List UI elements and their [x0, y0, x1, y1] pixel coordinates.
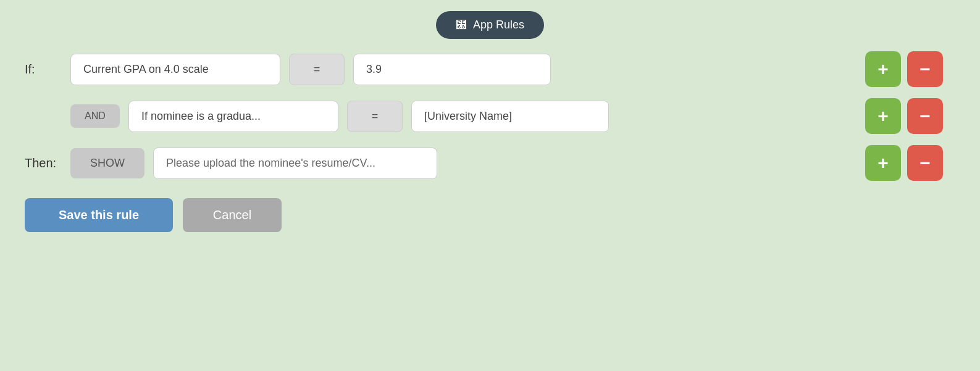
condition1-operator[interactable]: =: [289, 54, 345, 85]
then-row: Then: SHOW Please upload the nominee's r…: [25, 145, 943, 181]
and-row: AND If nominee is a gradua... = [Univers…: [25, 98, 943, 134]
app-rules-icon: ⹨: [456, 19, 467, 31]
save-rule-button[interactable]: Save this rule: [25, 198, 173, 232]
condition1-field[interactable]: Current GPA on 4.0 scale: [70, 54, 280, 85]
row3-actions: + −: [865, 145, 943, 181]
main-container: If: Current GPA on 4.0 scale = 3.9 + − A…: [0, 39, 980, 371]
app-rules-header: ⹨ App Rules: [436, 11, 544, 39]
condition2-value[interactable]: [University Name]: [411, 101, 609, 132]
add-action-button[interactable]: +: [865, 145, 901, 181]
remove-condition1-button[interactable]: −: [907, 51, 943, 87]
condition2-field[interactable]: If nominee is a gradua...: [128, 101, 338, 132]
row1-actions: + −: [865, 51, 943, 87]
if-row: If: Current GPA on 4.0 scale = 3.9 + −: [25, 51, 943, 87]
add-condition2-button[interactable]: +: [865, 98, 901, 134]
row2-actions: + −: [865, 98, 943, 134]
and-badge: AND: [70, 104, 120, 128]
remove-condition2-button[interactable]: −: [907, 98, 943, 134]
save-row: Save this rule Cancel: [25, 198, 943, 232]
add-condition1-button[interactable]: +: [865, 51, 901, 87]
if-label: If:: [25, 62, 62, 77]
action-field[interactable]: Please upload the nominee's resume/CV...: [153, 148, 437, 179]
remove-action-button[interactable]: −: [907, 145, 943, 181]
show-badge: SHOW: [70, 148, 144, 178]
condition1-value[interactable]: 3.9: [353, 54, 551, 85]
then-label: Then:: [25, 156, 62, 170]
cancel-button[interactable]: Cancel: [183, 198, 282, 232]
condition2-operator[interactable]: =: [347, 101, 403, 132]
app-rules-title: App Rules: [473, 19, 524, 31]
